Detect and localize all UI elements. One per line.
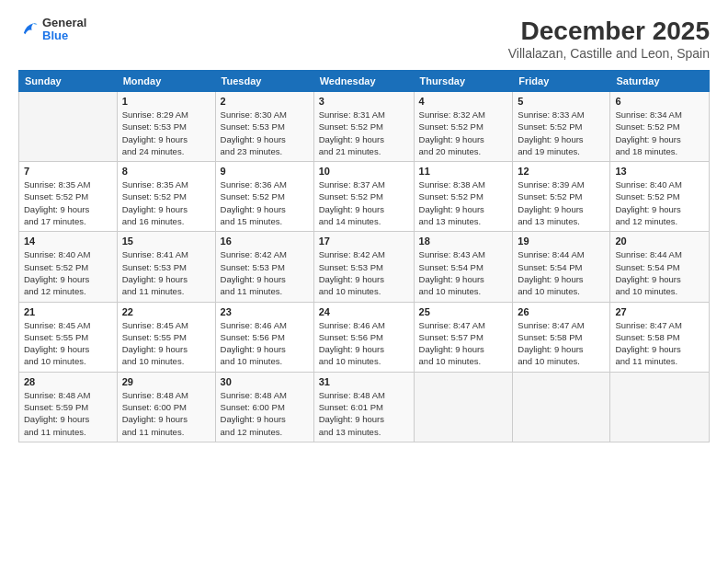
day-number: 14 [24,236,112,247]
calendar-cell: 11Sunrise: 8:38 AM Sunset: 5:52 PM Dayli… [414,162,513,232]
day-number: 9 [221,166,309,177]
calendar-cell: 10Sunrise: 8:37 AM Sunset: 5:52 PM Dayli… [313,162,414,232]
calendar-cell: 25Sunrise: 8:47 AM Sunset: 5:57 PM Dayli… [414,302,513,372]
day-info: Sunrise: 8:38 AM Sunset: 5:52 PM Dayligh… [419,178,508,227]
calendar-cell [610,372,710,442]
day-number: 29 [122,376,210,387]
header-wednesday: Wednesday [313,71,414,92]
day-number: 11 [419,166,508,177]
calendar-body: 1Sunrise: 8:29 AM Sunset: 5:53 PM Daylig… [19,92,710,442]
header-thursday: Thursday [414,71,513,92]
day-number: 25 [419,306,508,317]
logo-blue-text: Blue [42,29,86,42]
day-info: Sunrise: 8:35 AM Sunset: 5:52 PM Dayligh… [24,178,112,227]
day-info: Sunrise: 8:45 AM Sunset: 5:55 PM Dayligh… [24,319,112,368]
day-number: 2 [221,96,309,107]
logo-general-text: General [42,17,86,29]
calendar-cell: 20Sunrise: 8:44 AM Sunset: 5:54 PM Dayli… [610,232,710,302]
day-info: Sunrise: 8:44 AM Sunset: 5:54 PM Dayligh… [615,248,704,297]
week-row-1: 1Sunrise: 8:29 AM Sunset: 5:53 PM Daylig… [19,92,710,162]
day-number: 30 [221,376,309,387]
header-saturday: Saturday [610,71,710,92]
calendar-cell: 24Sunrise: 8:46 AM Sunset: 5:56 PM Dayli… [313,302,414,372]
week-row-2: 7Sunrise: 8:35 AM Sunset: 5:52 PM Daylig… [19,162,710,232]
week-row-5: 28Sunrise: 8:48 AM Sunset: 5:59 PM Dayli… [19,372,710,442]
day-number: 13 [615,166,704,177]
day-number: 17 [319,236,409,247]
day-info: Sunrise: 8:29 AM Sunset: 5:53 PM Dayligh… [122,109,210,157]
day-info: Sunrise: 8:47 AM Sunset: 5:58 PM Dayligh… [518,319,605,368]
day-number: 15 [122,236,210,247]
day-info: Sunrise: 8:30 AM Sunset: 5:53 PM Dayligh… [221,109,309,157]
day-number: 22 [122,306,210,317]
calendar-cell: 1Sunrise: 8:29 AM Sunset: 5:53 PM Daylig… [117,92,215,162]
calendar-cell: 5Sunrise: 8:33 AM Sunset: 5:52 PM Daylig… [513,92,610,162]
calendar-cell: 2Sunrise: 8:30 AM Sunset: 5:53 PM Daylig… [215,92,313,162]
calendar-cell: 15Sunrise: 8:41 AM Sunset: 5:53 PM Dayli… [117,232,215,302]
day-info: Sunrise: 8:35 AM Sunset: 5:52 PM Dayligh… [122,178,210,227]
calendar-cell: 4Sunrise: 8:32 AM Sunset: 5:52 PM Daylig… [414,92,513,162]
day-info: Sunrise: 8:45 AM Sunset: 5:55 PM Dayligh… [122,319,210,368]
day-number: 31 [319,376,409,387]
header-sunday: Sunday [19,71,118,92]
day-info: Sunrise: 8:39 AM Sunset: 5:52 PM Dayligh… [518,178,605,227]
day-info: Sunrise: 8:48 AM Sunset: 5:59 PM Dayligh… [24,389,112,438]
day-number: 3 [319,96,409,107]
day-number: 5 [518,96,605,107]
calendar-table: SundayMondayTuesdayWednesdayThursdayFrid… [18,70,710,442]
calendar-cell [513,372,610,442]
day-info: Sunrise: 8:40 AM Sunset: 5:52 PM Dayligh… [615,178,704,227]
day-info: Sunrise: 8:47 AM Sunset: 5:57 PM Dayligh… [419,319,508,368]
day-info: Sunrise: 8:47 AM Sunset: 5:58 PM Dayligh… [615,319,704,368]
day-info: Sunrise: 8:48 AM Sunset: 6:01 PM Dayligh… [319,389,409,438]
logo-icon [18,19,39,40]
day-info: Sunrise: 8:42 AM Sunset: 5:53 PM Dayligh… [221,248,309,297]
calendar-cell: 30Sunrise: 8:48 AM Sunset: 6:00 PM Dayli… [215,372,313,442]
main-title: December 2025 [508,17,710,46]
header-friday: Friday [513,71,610,92]
calendar-header: SundayMondayTuesdayWednesdayThursdayFrid… [19,71,710,92]
header-monday: Monday [117,71,215,92]
day-info: Sunrise: 8:48 AM Sunset: 6:00 PM Dayligh… [122,389,210,438]
calendar-cell: 23Sunrise: 8:46 AM Sunset: 5:56 PM Dayli… [215,302,313,372]
calendar-cell: 17Sunrise: 8:42 AM Sunset: 5:53 PM Dayli… [313,232,414,302]
calendar-cell: 6Sunrise: 8:34 AM Sunset: 5:52 PM Daylig… [610,92,710,162]
calendar-cell: 27Sunrise: 8:47 AM Sunset: 5:58 PM Dayli… [610,302,710,372]
calendar-cell: 12Sunrise: 8:39 AM Sunset: 5:52 PM Dayli… [513,162,610,232]
day-number: 28 [24,376,112,387]
calendar-cell: 29Sunrise: 8:48 AM Sunset: 6:00 PM Dayli… [117,372,215,442]
calendar-cell: 14Sunrise: 8:40 AM Sunset: 5:52 PM Dayli… [19,232,118,302]
day-info: Sunrise: 8:43 AM Sunset: 5:54 PM Dayligh… [419,248,508,297]
day-info: Sunrise: 8:31 AM Sunset: 5:52 PM Dayligh… [319,109,409,157]
day-info: Sunrise: 8:46 AM Sunset: 5:56 PM Dayligh… [221,319,309,368]
day-number: 16 [221,236,309,247]
calendar-cell [414,372,513,442]
day-info: Sunrise: 8:32 AM Sunset: 5:52 PM Dayligh… [419,109,508,157]
logo: General Blue [18,17,86,43]
week-row-4: 21Sunrise: 8:45 AM Sunset: 5:55 PM Dayli… [19,302,710,372]
header: General Blue December 2025 Villalazan, C… [18,17,710,61]
day-number: 21 [24,306,112,317]
calendar-cell: 22Sunrise: 8:45 AM Sunset: 5:55 PM Dayli… [117,302,215,372]
day-info: Sunrise: 8:48 AM Sunset: 6:00 PM Dayligh… [221,389,309,438]
calendar-cell: 19Sunrise: 8:44 AM Sunset: 5:54 PM Dayli… [513,232,610,302]
day-number: 8 [122,166,210,177]
calendar-cell: 26Sunrise: 8:47 AM Sunset: 5:58 PM Dayli… [513,302,610,372]
header-tuesday: Tuesday [215,71,313,92]
day-info: Sunrise: 8:42 AM Sunset: 5:53 PM Dayligh… [319,248,409,297]
day-number: 1 [122,96,210,107]
calendar-cell: 3Sunrise: 8:31 AM Sunset: 5:52 PM Daylig… [313,92,414,162]
day-number: 20 [615,236,704,247]
day-info: Sunrise: 8:34 AM Sunset: 5:52 PM Dayligh… [615,109,704,157]
calendar-cell: 9Sunrise: 8:36 AM Sunset: 5:52 PM Daylig… [215,162,313,232]
day-number: 7 [24,166,112,177]
day-number: 4 [419,96,508,107]
day-info: Sunrise: 8:33 AM Sunset: 5:52 PM Dayligh… [518,109,605,157]
day-info: Sunrise: 8:40 AM Sunset: 5:52 PM Dayligh… [24,248,112,297]
calendar-cell: 28Sunrise: 8:48 AM Sunset: 5:59 PM Dayli… [19,372,118,442]
day-number: 27 [615,306,704,317]
calendar-cell: 31Sunrise: 8:48 AM Sunset: 6:01 PM Dayli… [313,372,414,442]
week-row-3: 14Sunrise: 8:40 AM Sunset: 5:52 PM Dayli… [19,232,710,302]
calendar-cell: 13Sunrise: 8:40 AM Sunset: 5:52 PM Dayli… [610,162,710,232]
day-number: 23 [221,306,309,317]
